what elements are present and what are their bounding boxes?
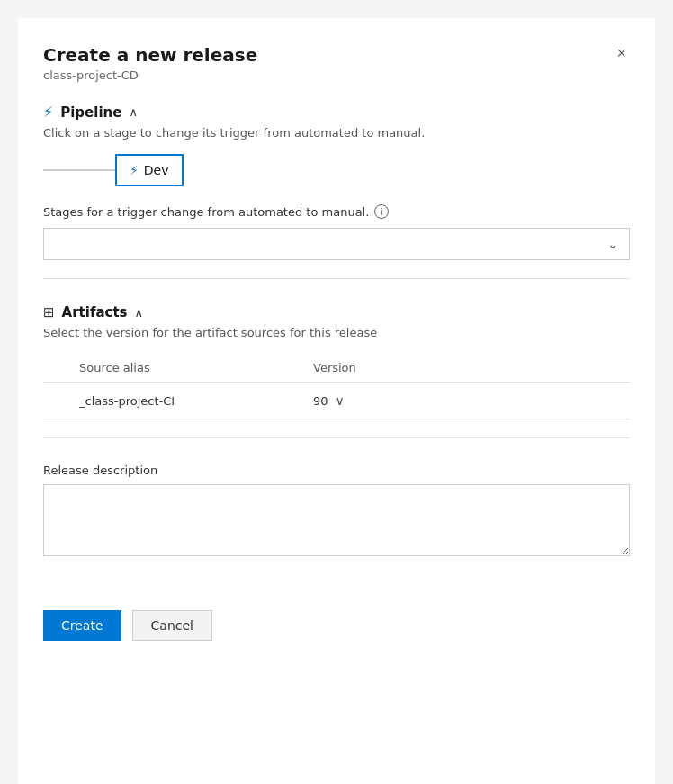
artifact-alias-cell: _class-project-CI [43, 394, 313, 408]
cancel-button[interactable]: Cancel [132, 610, 212, 641]
artifacts-section-header: ⊞ Artifacts ∧ [43, 304, 630, 320]
artifacts-section-title: Artifacts [62, 304, 128, 320]
pipeline-section-title: Pipeline [60, 104, 121, 121]
version-dropdown-arrow-icon: ∨ [336, 393, 345, 408]
col-header-alias: Source alias [43, 361, 313, 374]
artifacts-collapse-icon[interactable]: ∧ [135, 306, 144, 320]
dialog-header: Create a new release class-project-CD × [43, 43, 630, 82]
dialog-subtitle: class-project-CD [43, 68, 257, 82]
section-divider-1 [43, 278, 630, 279]
stage-name: Dev [144, 163, 169, 177]
dialog-title-block: Create a new release class-project-CD [43, 43, 257, 82]
artifacts-section: ⊞ Artifacts ∧ Select the version for the… [43, 304, 630, 419]
dialog-title: Create a new release [43, 43, 257, 67]
release-description-input[interactable] [43, 484, 630, 556]
close-button[interactable]: × [613, 41, 630, 65]
release-description-label: Release description [43, 464, 630, 477]
artifact-version-cell[interactable]: 90 ∨ [313, 393, 630, 408]
artifacts-table: Source alias Version _class-project-CI 9… [43, 354, 630, 419]
section-divider-2 [43, 437, 630, 438]
stage-icon: ⚡ [130, 163, 139, 177]
pipeline-lightning-icon: ⚡ [43, 104, 53, 121]
dropdown-arrow-icon: ⌄ [607, 237, 618, 251]
dialog-footer: Create Cancel [43, 596, 630, 641]
pipeline-line [43, 169, 115, 171]
pipeline-visual: ⚡ Dev [43, 154, 630, 186]
stages-trigger-info-icon[interactable]: i [374, 204, 389, 219]
create-release-dialog: Create a new release class-project-CD × … [18, 18, 655, 784]
artifacts-grid-icon: ⊞ [43, 304, 55, 320]
table-header-row: Source alias Version [43, 354, 630, 383]
col-header-version: Version [313, 361, 630, 374]
release-description-section: Release description [43, 464, 630, 560]
stages-trigger-text: Stages for a trigger change from automat… [43, 205, 369, 219]
pipeline-section: ⚡ Pipeline ∧ Click on a stage to change … [43, 104, 630, 260]
table-row: _class-project-CI 90 ∨ [43, 383, 630, 419]
pipeline-description: Click on a stage to change its trigger f… [43, 126, 630, 140]
create-button[interactable]: Create [43, 610, 121, 641]
artifacts-description: Select the version for the artifact sour… [43, 326, 630, 339]
artifact-version-value: 90 [313, 394, 328, 408]
pipeline-section-header: ⚡ Pipeline ∧ [43, 104, 630, 121]
stages-dropdown[interactable]: ⌄ [43, 228, 630, 260]
stage-dev-box[interactable]: ⚡ Dev [115, 154, 184, 186]
stages-trigger-label: Stages for a trigger change from automat… [43, 204, 630, 219]
pipeline-collapse-icon[interactable]: ∧ [129, 105, 138, 119]
